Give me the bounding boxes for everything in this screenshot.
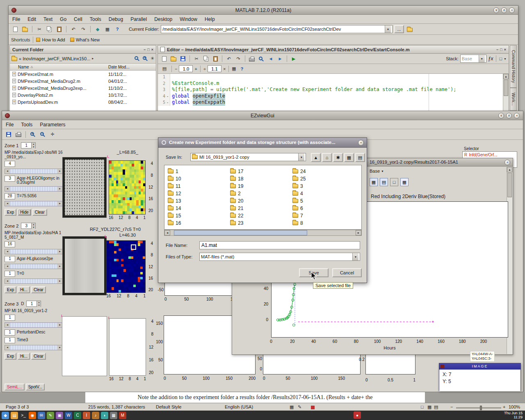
close-button[interactable]: × [504,160,510,165]
chevron-down-icon[interactable]: ▼ [479,55,485,62]
print-icon[interactable] [14,130,23,139]
firefox-icon[interactable]: ◉ [29,412,36,419]
multi-page-view-icon[interactable]: ▦ [427,404,431,410]
find-icon[interactable] [257,55,265,63]
folder-item[interactable]: 13 [168,197,181,205]
page-count[interactable]: Page 3 of 3 [6,404,29,409]
chevron-down-icon[interactable]: ▼ [504,57,507,60]
cancel-button[interactable]: Cancel [332,268,362,277]
redo-icon[interactable]: ↷ [234,55,242,63]
field-value[interactable]: 1 [5,256,15,262]
calc-icon[interactable]: C [74,412,81,419]
scroll-right-icon[interactable]: ► [356,230,361,235]
editor-layout-icon[interactable]: □ [499,56,502,61]
save-icon[interactable] [5,130,13,139]
cell-value-1-input[interactable] [179,65,193,72]
files-icon[interactable]: ▤ [11,412,18,419]
undo-icon[interactable]: ↶ [225,55,233,63]
folder-item[interactable]: 24 [292,168,306,175]
code-editor[interactable]: 12%EstartConsole.m3%[file,path] = uiputf… [158,74,503,111]
file-row[interactable]: DMPexcel2mat_MediaDrug2.m 04/01/2... [10,78,156,84]
folder-item[interactable]: 17 [230,168,243,175]
folder-item[interactable]: 18 [230,175,243,183]
terminal-icon[interactable]: >_ [20,412,27,419]
menu-item[interactable]: Window [176,15,201,23]
open-file-icon[interactable] [21,25,29,33]
folder-item[interactable]: 7 [292,212,306,219]
field-scrollbar[interactable]: ◄► [5,322,63,328]
view-list-button[interactable]: ▤ [355,153,365,162]
print-icon[interactable] [248,55,256,63]
legend-item[interactable]: YAL044W-A- [472,352,493,356]
matlab-icon[interactable]: M [119,412,126,419]
undock-icon[interactable]: □ [147,48,149,52]
scroll-left-icon[interactable]: ◄ [164,230,170,235]
file-name-input[interactable] [199,241,360,249]
file-row[interactable]: DMPexcel2mat_MediaDrug2exp... 11/10/2... [10,84,156,91]
zoom-in-icon[interactable]: + [143,56,146,60]
guide-icon[interactable]: ▦ [103,25,112,33]
decrease-indent-icon[interactable]: − [175,66,177,71]
chat-icon[interactable]: ◗ [101,412,108,419]
field-value[interactable]: 28 [5,193,15,199]
field-value[interactable]: 4 [5,161,15,167]
breadcrumb[interactable]: « InovImager_jwrCF_WINLinx150... [19,56,90,61]
folder-item[interactable]: 16 [168,219,181,227]
column-header-name[interactable]: Name [18,65,29,69]
folder-item[interactable]: 2 [230,190,243,197]
forward-icon[interactable]: ► [276,55,284,63]
menu-item[interactable]: Desktop [151,15,176,23]
zone-1-index-spinner[interactable]: 1 ▴▾ [21,142,36,148]
app-menu-icon[interactable]: ◆ [2,412,9,419]
folder-item[interactable]: 15 [168,212,181,219]
field-value[interactable]: 16 [5,241,15,247]
increase-indent-icon[interactable]: + [194,66,197,71]
document-page[interactable]: Note the addition to the experiment fold… [85,392,425,403]
pan-hand-icon[interactable]: ✛ [48,130,57,139]
zoom-in-icon[interactable]: + [503,404,505,409]
file-row[interactable]: DoverlayPlots2.m 10/17/2... [10,91,156,98]
view-grid-button[interactable]: ▦ [344,153,354,162]
cell-value-2-input[interactable] [208,65,221,72]
field-value[interactable]: 1 [5,329,15,336]
paste-icon[interactable] [55,25,63,33]
multiply-icon[interactable]: × [223,66,226,71]
close-panel-icon[interactable]: × [151,48,153,52]
hide-button[interactable]: Hi... [18,286,30,293]
field-value[interactable]: 1 [5,271,15,277]
folder-item[interactable]: 4 [292,190,306,197]
zone-3-index-spinner[interactable]: 1 ▴▾ [26,301,41,307]
actions-gear-icon[interactable]: ✳ [151,56,154,61]
field-scrollbar[interactable]: ◄► [5,345,63,350]
exp-button[interactable]: Exp [5,353,16,360]
copy-icon[interactable] [45,25,53,33]
field-scrollbar[interactable]: ◄► [5,201,63,206]
folder-list-hscrollbar[interactable]: ◄ ► [164,230,362,236]
table-view-icon[interactable]: ▦ [370,178,378,186]
zoom-in-icon[interactable]: + [29,130,37,139]
folder-item[interactable]: 23 [230,219,243,227]
simulink-icon[interactable]: ◆ [94,25,102,33]
selection-mode-icon[interactable]: ▦ [290,404,294,410]
hide-button[interactable]: Hi... [18,353,30,360]
chevron-down-icon[interactable]: ▼ [298,153,304,161]
minimize-button[interactable]: ∨ [498,113,504,119]
folder-item[interactable]: 20 [230,197,243,205]
help-icon[interactable]: ? [113,25,121,33]
window-split-icon[interactable]: ▦ [400,178,409,186]
info-icon[interactable]: ? [238,65,246,73]
zone-3-heatmap[interactable] [109,318,146,376]
folder-item[interactable]: 19 [230,183,243,190]
folder-item[interactable]: 8 [292,219,306,227]
options-icon[interactable]: □ [390,178,398,186]
open-file-icon[interactable] [169,55,178,63]
zoom-out-icon[interactable]: − [39,130,47,139]
zoom-slider-thumb[interactable] [480,406,482,410]
text-editor-icon[interactable]: ✎ [47,412,54,419]
clock[interactable]: Thu Jun 15 11:29 [504,411,523,419]
semilog-button[interactable]: SemiL... [5,383,25,390]
zoom-slider[interactable] [456,407,501,409]
zone-1-heatmap[interactable] [109,160,146,215]
field-scrollbar[interactable]: ◄► [5,186,63,192]
folder-item[interactable]: 12 [168,190,181,197]
